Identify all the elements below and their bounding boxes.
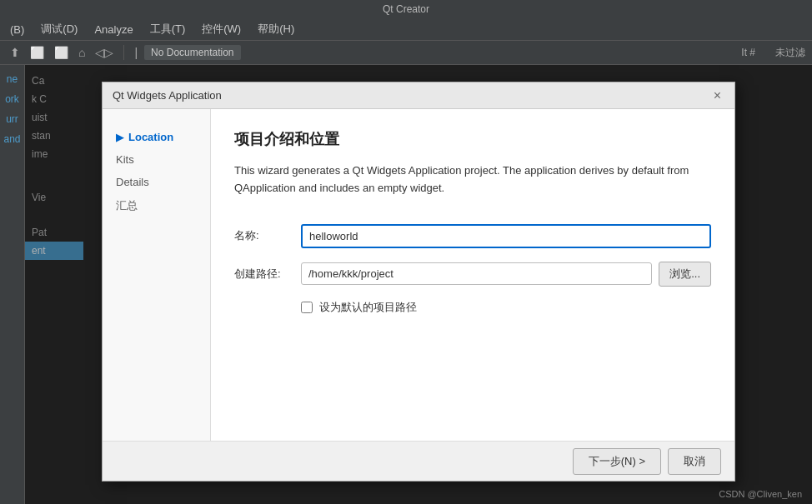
no-documentation-label: No Documentation [144, 45, 240, 60]
step-label-location: Location [128, 131, 173, 143]
menu-controls[interactable]: 控件(W) [198, 20, 244, 38]
it-hash-label: It # [741, 47, 755, 58]
wizard-heading: 项目介绍和位置 [234, 129, 711, 149]
toolbar-btn-3[interactable]: ⬜ [51, 44, 72, 61]
left-sidebar: ne ork urr and [0, 65, 25, 504]
toolbar-btn-pipe[interactable]: | [131, 44, 141, 61]
menu-help[interactable]: 帮助(H) [254, 20, 298, 38]
title-bar: Qt Creator [0, 0, 812, 18]
toolbar-btn-nav[interactable]: ◁▷ [92, 44, 117, 61]
bg-text-ne: ne [3, 72, 21, 87]
wizard-description: This wizard generates a Qt Widgets Appli… [234, 162, 711, 197]
bg-text-and: and [0, 132, 23, 147]
checkbox-group: 设为默认的项目路径 [301, 300, 711, 315]
path-input[interactable] [301, 262, 652, 285]
wizard-step-kits[interactable]: Kits [103, 148, 210, 171]
dialog-footer: 下一步(N) > 取消 [103, 441, 734, 481]
unfiltered-label: 未过滤 [775, 46, 805, 60]
menu-bar: (B) 调试(D) Analyze 工具(T) 控件(W) 帮助(H) [0, 18, 812, 40]
app-title: Qt Creator [383, 3, 429, 15]
toolbar-btn-2[interactable]: ⬜ [27, 44, 48, 61]
content-area: Ca k C uist stan ime Vie Pat ent Qt Widg… [25, 65, 812, 504]
name-input[interactable] [301, 224, 711, 248]
wizard-step-location[interactable]: ▶ Location [103, 126, 210, 148]
wizard-step-details[interactable]: Details [103, 171, 210, 193]
path-label: 创建路径: [234, 267, 301, 282]
background-area: ne ork urr and Ca k C uist stan ime Vie … [0, 65, 812, 504]
toolbar-separator [123, 45, 124, 60]
toolbar-btn-1[interactable]: ⬆ [7, 44, 23, 61]
toolbar: ⬆ ⬜ ⬜ ⌂ ◁▷ | No Documentation It # 未过滤 [0, 40, 812, 65]
step-label-details: Details [116, 176, 149, 188]
wizard-content: 项目介绍和位置 This wizard generates a Qt Widge… [211, 109, 734, 441]
default-path-checkbox[interactable] [301, 302, 313, 313]
dialog-overlay: Qt Widgets Application × ▶ Location Kits [25, 65, 812, 504]
step-label-summary: 汇总 [116, 198, 138, 213]
step-label-kits: Kits [116, 153, 134, 166]
path-form-group: 创建路径: 浏览... [234, 262, 711, 287]
menu-b[interactable]: (B) [7, 22, 28, 37]
checkbox-label: 设为默认的项目路径 [319, 300, 417, 315]
dialog: Qt Widgets Application × ▶ Location Kits [102, 82, 735, 482]
wizard-step-summary[interactable]: 汇总 [103, 193, 210, 218]
dialog-close-button[interactable]: × [710, 89, 724, 102]
dialog-title: Qt Widgets Application [113, 89, 222, 102]
watermark: CSDN @Cliven_ken [719, 489, 802, 499]
dialog-body: ▶ Location Kits Details 汇总 [103, 109, 734, 441]
name-label: 名称: [234, 228, 301, 243]
wizard-steps: ▶ Location Kits Details 汇总 [103, 109, 211, 441]
browse-button[interactable]: 浏览... [659, 262, 711, 287]
name-form-group: 名称: [234, 224, 711, 248]
menu-debug[interactable]: 调试(D) [38, 20, 81, 38]
cancel-button[interactable]: 取消 [668, 448, 721, 475]
next-button[interactable]: 下一步(N) > [573, 448, 661, 475]
dialog-title-bar: Qt Widgets Application × [103, 82, 734, 109]
bg-text-ork: ork [2, 92, 23, 107]
step-arrow-location: ▶ [116, 132, 123, 143]
bg-text-urr: urr [3, 112, 22, 127]
menu-analyze[interactable]: Analyze [91, 22, 136, 37]
menu-tools[interactable]: 工具(T) [147, 20, 189, 38]
toolbar-btn-home[interactable]: ⌂ [75, 44, 88, 61]
